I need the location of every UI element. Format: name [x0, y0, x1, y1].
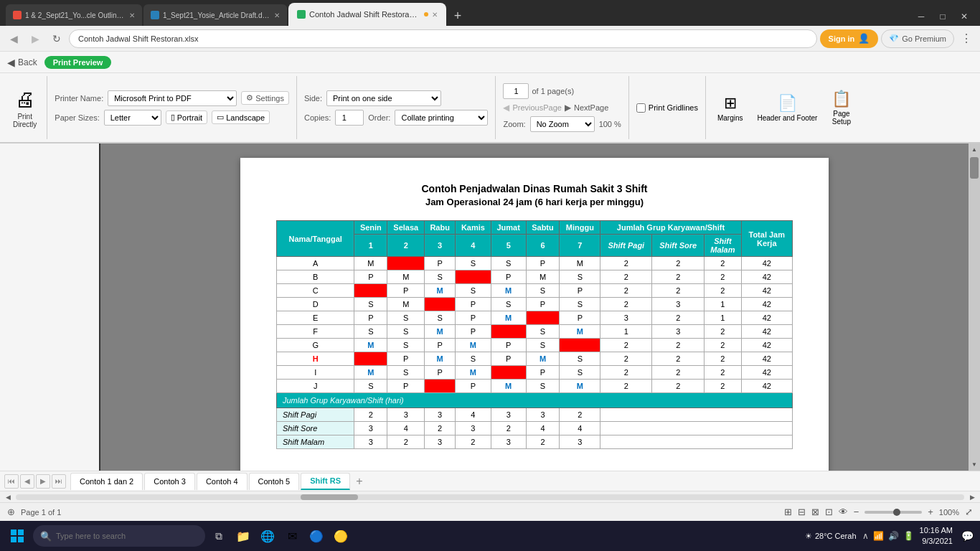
tab-nav-first[interactable]: ⏮ — [4, 474, 19, 489]
landscape-button[interactable]: ▭ Landscape — [212, 110, 270, 124]
h-scroll-track[interactable] — [16, 494, 964, 500]
portrait-button[interactable]: ▯ Portrait — [166, 110, 207, 124]
page-scroll[interactable]: Contoh Penjadwalan Dinas Rumah Sakit 3 S… — [100, 143, 969, 471]
view-normal-icon[interactable]: ⊞ — [784, 507, 792, 517]
notification-icon[interactable]: 💬 — [958, 527, 976, 545]
no-zoom-select[interactable]: No Zoom — [530, 116, 595, 132]
fit-page-icon[interactable]: ⤢ — [965, 507, 973, 517]
zoom-slider-track[interactable] — [864, 511, 922, 514]
browser-settings-icon[interactable]: ⋮ — [957, 29, 976, 48]
tab-nav-next[interactable]: ▶ — [36, 474, 50, 489]
right-scrollbar[interactable]: ▲ ▼ — [969, 143, 980, 471]
page-setup-button[interactable]: 📋 Page Setup — [826, 87, 857, 128]
chevron-up-icon[interactable]: ∧ — [862, 531, 869, 541]
view-icon-4[interactable]: ⊡ — [825, 507, 833, 517]
tab-docx[interactable]: 1_Sept21_Yosie_Article Draft.docx ✕ — [143, 4, 287, 26]
h-scroll-thumb[interactable] — [301, 494, 358, 500]
tab-pdf[interactable]: 1 & 2_Sept21_Yo...cle Outline.pdf ✕ — [6, 4, 142, 26]
zoom-plus[interactable]: + — [928, 507, 933, 517]
page-number-input[interactable] — [503, 83, 529, 99]
zoom-percentage: 100% — [939, 508, 959, 517]
prev-page-button[interactable]: PreviousPage — [512, 103, 562, 112]
nav-reload[interactable]: ↻ — [47, 29, 66, 48]
scroll-down-arrow[interactable]: ▼ — [970, 460, 979, 469]
taskbar-file-explorer[interactable]: 📁 — [232, 525, 254, 547]
window-minimize[interactable]: ─ — [911, 9, 931, 24]
sheet-tab-5-active[interactable]: Shift RS — [301, 473, 350, 490]
svg-rect-2 — [11, 537, 17, 542]
col-header-selasa: Selasa — [387, 221, 425, 235]
portrait-label: Portrait — [177, 113, 202, 122]
volume-icon[interactable]: 🔊 — [888, 531, 899, 541]
h-scroll-bar: ◀ ▶ — [0, 491, 980, 502]
battery-icon[interactable]: 🔋 — [903, 531, 914, 541]
zoom-minus[interactable]: − — [854, 507, 859, 517]
order-select[interactable]: Collate printing — [395, 110, 488, 126]
h-scroll-left[interactable]: ◀ — [3, 493, 13, 501]
start-button[interactable] — [4, 523, 30, 549]
side-select[interactable]: Print on one side — [326, 90, 441, 106]
go-premium-button[interactable]: 💎 Go Premium — [881, 29, 954, 48]
sheet-tab-1[interactable]: Contoh 1 dan 2 — [70, 473, 143, 490]
header-footer-icon: 📄 — [778, 94, 797, 113]
table-row: I M S P M P S 2 2 2 42 — [277, 366, 793, 380]
tab-docx-close[interactable]: ✕ — [274, 11, 280, 19]
scroll-up-arrow[interactable]: ▲ — [970, 145, 979, 154]
window-maximize[interactable]: □ — [933, 9, 953, 24]
header-footer-button[interactable]: 📄 Header and Footer — [751, 91, 823, 125]
tab-xlsx[interactable]: Contoh Jadwal Shift Restoran.xlsx ✕ — [288, 3, 446, 26]
tab-nav-last[interactable]: ⏭ — [52, 474, 66, 489]
view-icon-2[interactable]: ⊟ — [798, 507, 806, 517]
tab-pdf-label: 1 & 2_Sept21_Yo...cle Outline.pdf — [25, 11, 126, 19]
tab-nav-prev[interactable]: ◀ — [20, 474, 34, 489]
taskbar-search-input[interactable] — [56, 532, 198, 540]
view-icon-3[interactable]: ⊠ — [811, 507, 819, 517]
zoom-slider-thumb[interactable] — [893, 509, 900, 516]
eye-icon[interactable]: 👁 — [839, 507, 848, 517]
status-icon-1[interactable]: ⊕ — [7, 507, 15, 517]
margins-button[interactable]: ⊞ Margins — [712, 91, 749, 125]
printer-settings-section: Printer Name: Microsoft Print to PDF ⚙ S… — [47, 76, 297, 139]
printer-name-row: Printer Name: Microsoft Print to PDF ⚙ S… — [55, 90, 289, 106]
settings-button[interactable]: ⚙ Settings — [241, 91, 289, 105]
tab-xlsx-close[interactable]: ✕ — [432, 11, 438, 19]
page-info: Page 1 of 1 — [21, 508, 61, 517]
taskbar-edge-icon[interactable]: 🔵 — [306, 525, 327, 547]
add-sheet-button[interactable]: + — [352, 474, 367, 489]
status-icons-left: ⊕ — [7, 507, 15, 517]
network-icon[interactable]: 📶 — [873, 531, 884, 541]
address-bar[interactable]: Contoh Jadwal Shift Restoran.xlsx — [69, 29, 817, 48]
tab-pdf-favicon — [13, 11, 22, 19]
window-close[interactable]: ✕ — [954, 9, 974, 24]
sheet-tab-4[interactable]: Contoh 5 — [249, 473, 300, 490]
taskbar-task-view[interactable]: ⧉ — [208, 525, 230, 547]
back-arrow-icon: ◀ — [7, 57, 15, 68]
next-page-button[interactable]: NextPage — [574, 103, 608, 112]
taskbar-email-icon[interactable]: ✉ — [281, 525, 303, 547]
sign-in-button[interactable]: Sign in 👤 — [820, 29, 879, 48]
toolbar-main-row: 🖨 Print Directly Printer Name: Microsoft… — [0, 73, 980, 142]
copies-input[interactable] — [335, 110, 364, 126]
taskbar-browser-icon[interactable]: 🌐 — [257, 525, 278, 547]
taskbar-search-box[interactable]: 🔍 — [33, 525, 205, 547]
next-page-icon: ▶ — [565, 103, 571, 113]
scroll-thumb[interactable] — [970, 157, 979, 179]
new-tab-button[interactable]: + — [448, 6, 468, 26]
print-gridlines-checkbox[interactable] — [636, 103, 646, 113]
nav-back[interactable]: ◀ — [4, 29, 23, 48]
sheet-tab-3[interactable]: Contoh 4 — [197, 473, 248, 490]
back-button[interactable]: ◀ Back — [7, 57, 37, 68]
h-scroll-right[interactable]: ▶ — [967, 493, 977, 501]
sheet-tab-2[interactable]: Contoh 3 — [144, 473, 195, 490]
tab-pdf-close[interactable]: ✕ — [129, 11, 135, 19]
print-directly-button[interactable]: 🖨 Print Directly — [10, 85, 39, 131]
paper-size-select[interactable]: Letter — [104, 110, 161, 126]
settings-gear-icon: ⚙ — [246, 93, 253, 103]
taskbar-clock[interactable]: 10:16 AM 9/3/2021 — [920, 525, 953, 547]
paper-size-label: Paper Sizes: — [55, 113, 99, 122]
print-options-section: Side: Print on one side Copies: Order: C… — [297, 76, 496, 139]
nav-forward[interactable]: ▶ — [26, 29, 44, 48]
taskbar-app-icon[interactable]: 🟡 — [330, 525, 352, 547]
table-row: B P M S P M S 2 2 2 42 — [277, 270, 793, 284]
printer-select[interactable]: Microsoft Print to PDF — [108, 90, 237, 106]
